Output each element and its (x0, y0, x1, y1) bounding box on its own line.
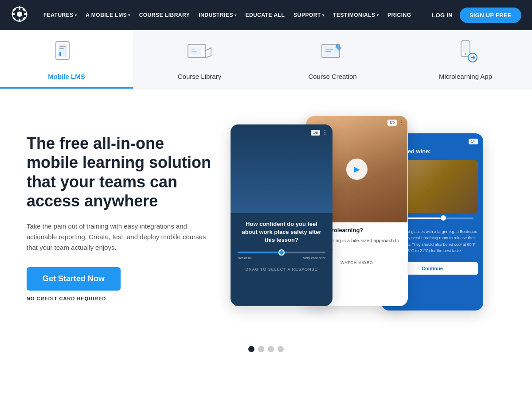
hero-text: The free all-in-one mobile learning solu… (27, 134, 213, 301)
feature-tabs: Mobile LMS Course Library Cours (0, 30, 532, 89)
navigation: FEATURES ▾ A MOBILE LMS ▾ COURSE LIBRARY… (0, 0, 532, 30)
course-library-icon (185, 39, 214, 67)
card1-header: 1/8 ⋮ (231, 124, 332, 213)
phone-card-quiz: 1/8 ⋮ How confident do you feel about wo… (231, 124, 332, 306)
nav-testimonials[interactable]: TESTIMONIALS ▾ (329, 12, 383, 18)
svg-rect-4 (12, 13, 15, 15)
course-library-label: Course Library (178, 73, 221, 80)
no-credit-card-label: NO CREDIT CARD REQUIRED (27, 296, 213, 301)
nav-features[interactable]: FEATURES ▾ (39, 12, 81, 18)
card1-slider-thumb (278, 249, 285, 256)
card1-slider[interactable] (238, 252, 325, 253)
svg-rect-2 (19, 6, 20, 10)
pagination-dot-4[interactable] (278, 346, 284, 352)
hero-description: Take the pain out of training with easy … (27, 221, 213, 253)
pagination (0, 337, 532, 365)
signup-button[interactable]: SIGN UP FREE (460, 8, 521, 23)
card1-drag-label: DRAG TO SELECT A RESPONSE (238, 267, 325, 272)
nav-mobile-lms[interactable]: A MOBILE LMS ▾ (81, 12, 134, 18)
nav-pricing[interactable]: PRICING (383, 12, 416, 18)
card2-play-button[interactable]: ▶ (346, 159, 368, 180)
card1-label-right: Very confident (303, 256, 325, 260)
hero-title: The free all-in-one mobile learning solu… (27, 134, 213, 210)
hero-visual: 1/8 ⋮ How confident do you feel about wo… (231, 116, 505, 319)
logo[interactable] (11, 5, 28, 25)
tab-mobile-lms[interactable]: Mobile LMS (0, 30, 133, 89)
card1-badge: 1/8 (311, 130, 320, 136)
card1-slider-labels: Not at all Very confident (238, 256, 325, 260)
card1-label-left: Not at all (238, 256, 252, 260)
login-button[interactable]: LOG IN (432, 12, 453, 19)
svg-point-26 (465, 53, 466, 55)
card1-topbar: 1/8 ⋮ (311, 129, 328, 136)
card1-body: How confident do you feel about work pla… (231, 213, 332, 279)
svg-rect-25 (463, 43, 468, 52)
svg-rect-21 (325, 49, 333, 50)
mobile-lms-icon (52, 39, 81, 67)
svg-rect-5 (24, 13, 27, 15)
card1-question: How confident do you feel about work pla… (238, 220, 325, 245)
card3-slider-thumb (441, 215, 446, 221)
svg-rect-22 (325, 51, 331, 52)
nav-industries[interactable]: INDUSTRIES ▾ (194, 12, 241, 18)
microlearning-icon (451, 39, 480, 67)
svg-rect-3 (19, 19, 20, 22)
hero-section: The free all-in-one mobile learning solu… (0, 89, 532, 337)
card1-menu-icon: ⋮ (322, 129, 328, 136)
svg-rect-14 (59, 48, 64, 49)
card3-badge: 1/4 (469, 139, 478, 144)
svg-rect-12 (59, 52, 61, 56)
mobile-lms-label: Mobile LMS (48, 73, 85, 80)
tab-course-creation[interactable]: Course Creation (266, 30, 399, 89)
nav-educate-all[interactable]: EDUCATE ALL (241, 12, 289, 18)
card2-overlay: 3/6 ⋮ (387, 120, 404, 126)
pagination-dot-2[interactable] (258, 346, 264, 352)
course-creation-label: Course Creation (308, 73, 356, 80)
nav-course-library[interactable]: COURSE LIBRARY (135, 12, 195, 18)
svg-point-1 (17, 12, 22, 17)
pagination-dot-3[interactable] (268, 346, 274, 352)
course-creation-icon (318, 39, 347, 67)
svg-rect-17 (192, 49, 195, 50)
card2-badge: 3/6 (387, 120, 397, 126)
pagination-dot-1[interactable] (248, 346, 254, 352)
cta-button[interactable]: Get Started Now (27, 267, 121, 291)
nav-support[interactable]: SUPPORT ▾ (289, 12, 329, 18)
svg-rect-18 (192, 51, 197, 52)
nav-actions: LOG IN SIGN UP FREE (432, 8, 521, 23)
tab-microlearning[interactable]: Microlearning App (399, 30, 532, 89)
svg-rect-13 (59, 46, 66, 47)
nav-links: FEATURES ▾ A MOBILE LMS ▾ COURSE LIBRARY… (39, 12, 432, 18)
microlearning-label: Microlearning App (439, 73, 492, 80)
tab-course-library[interactable]: Course Library (133, 30, 266, 89)
